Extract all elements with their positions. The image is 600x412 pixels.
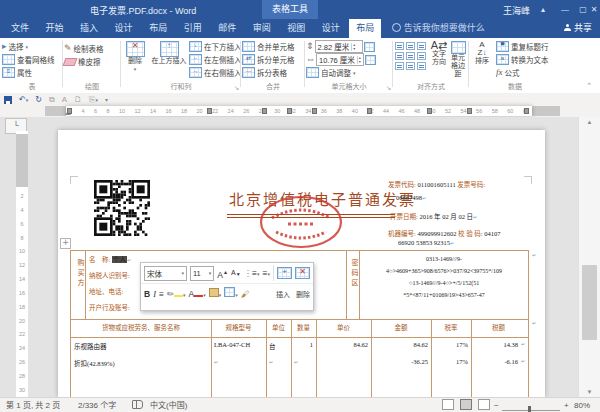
tab-review[interactable]: 审阅 xyxy=(246,19,278,38)
tab-references[interactable]: 引用 xyxy=(177,19,209,38)
zoom-slider[interactable] xyxy=(502,410,560,411)
distribute-columns-icon[interactable] xyxy=(365,55,376,65)
align-center-button[interactable] xyxy=(406,52,415,60)
buyer-address-field[interactable]: 地址、电话: xyxy=(89,286,123,296)
text-direction-button[interactable]: A⇄文字方向 xyxy=(430,41,448,66)
mini-toolbar[interactable]: 宋体▾ 11▾ A▲ A▼ ⋮≡▾ ≡▾ + ✕ B I ≡ ✎▾ A▾ ▾ ▾… xyxy=(140,262,314,311)
align-bottom-center-button[interactable] xyxy=(406,62,415,70)
tab-design[interactable]: 设计 xyxy=(108,19,140,38)
tab-home[interactable]: 开始 xyxy=(39,19,71,38)
column-marker[interactable] xyxy=(524,108,529,114)
highlight-button[interactable]: ✎▾ xyxy=(167,287,186,302)
zoom-slider-thumb[interactable] xyxy=(528,406,531,412)
align-center-button[interactable]: ≡ xyxy=(159,287,164,301)
shading-button[interactable]: ▾ xyxy=(209,287,222,302)
column-marker[interactable] xyxy=(67,108,72,114)
insert-below-button[interactable]: ↓在下方插入 xyxy=(189,40,242,53)
collapse-ribbon-button[interactable]: ⌃ xyxy=(586,82,592,90)
column-marker[interactable] xyxy=(207,108,212,114)
draw-table-button[interactable]: ✎绘制表格 xyxy=(64,42,120,55)
column-width-input[interactable]: 10.76 厘米▴▾ xyxy=(316,53,364,66)
tab-table-layout[interactable]: 布局 xyxy=(349,19,381,38)
align-top-right-button[interactable] xyxy=(417,42,426,50)
formula-button[interactable]: fx公式 xyxy=(496,66,549,79)
language-indicator[interactable]: 中文(中国) xyxy=(150,400,187,411)
split-table-button[interactable]: —拆分表格 xyxy=(242,66,304,79)
table-move-handle[interactable]: + xyxy=(60,238,71,249)
read-mode-button[interactable] xyxy=(442,399,454,410)
format-icon[interactable]: A xyxy=(62,95,67,104)
insert-left-button[interactable]: ←在左侧插入 xyxy=(189,53,242,66)
autofit-button[interactable]: 自动调整▾ xyxy=(306,66,392,79)
numbering-button[interactable]: ≡▾ xyxy=(263,266,270,281)
insert-table-button[interactable]: + xyxy=(277,267,292,279)
delete-button[interactable]: ✕ 删除▾ xyxy=(122,41,148,73)
borders-button[interactable]: ▾ xyxy=(224,287,238,302)
redo-button[interactable]: ↻ xyxy=(35,95,42,104)
tab-table-design[interactable]: 设计 xyxy=(315,19,347,38)
print-layout-button[interactable] xyxy=(460,399,472,410)
delete-table-button[interactable]: ✕ xyxy=(295,267,310,279)
zoom-level[interactable]: 80% xyxy=(574,400,590,411)
shrink-font-button[interactable]: A▼ xyxy=(231,266,241,281)
user-name[interactable]: 王海峰 xyxy=(503,4,530,17)
zoom-out-button[interactable]: − xyxy=(494,400,499,411)
new-document-icon[interactable]: 🗋 xyxy=(74,95,82,104)
dialog-launcher-icon[interactable]: ↘ xyxy=(234,84,239,91)
scroll-thumb[interactable] xyxy=(582,265,597,340)
tell-me-box[interactable]: 告诉我你想要做什么 xyxy=(392,23,485,33)
tab-layout[interactable]: 布局 xyxy=(142,19,174,38)
format-painter-button[interactable]: 🖌 xyxy=(241,287,250,301)
selected-text[interactable]: 个人 xyxy=(112,256,127,263)
eraser-button[interactable]: 橡皮擦 xyxy=(64,55,120,68)
spinner-icon[interactable]: ▴▾ xyxy=(351,43,355,51)
select-button[interactable]: ▸选择▾ xyxy=(2,40,62,53)
page-indicator[interactable]: 第 1 页, 共 2 页 xyxy=(6,400,60,411)
scroll-down-button[interactable]: ▼ xyxy=(579,389,600,395)
split-cells-button[interactable]: ⇄拆分单元格 xyxy=(242,53,304,66)
italic-button[interactable]: I xyxy=(153,287,156,301)
proofing-icon[interactable] xyxy=(132,400,143,411)
tab-mailings[interactable]: 邮件 xyxy=(211,19,243,38)
tab-file[interactable]: 文件 xyxy=(4,19,36,38)
align-center-left-button[interactable] xyxy=(395,52,404,60)
buyer-name-field[interactable]: 名 称: 个人↵ xyxy=(89,254,131,264)
scroll-up-button[interactable]: ▲ xyxy=(579,119,600,125)
distribute-rows-icon[interactable] xyxy=(364,42,375,52)
align-bottom-right-button[interactable] xyxy=(417,62,426,70)
delete-button[interactable]: 删除 xyxy=(296,290,310,299)
font-size-select[interactable]: 11▾ xyxy=(190,266,214,281)
buyer-taxid-field[interactable]: 纳税人识别号: xyxy=(89,270,130,280)
font-select[interactable]: 宋体▾ xyxy=(144,266,187,281)
grow-font-button[interactable]: A▲ xyxy=(217,265,228,282)
zoom-in-button[interactable]: + xyxy=(564,400,569,411)
align-center-right-button[interactable] xyxy=(417,52,426,60)
merge-cells-button[interactable]: 合并单元格 xyxy=(242,40,304,53)
bullets-button[interactable]: ⋮≡▾ xyxy=(244,266,260,281)
column-marker[interactable] xyxy=(367,108,372,114)
align-bottom-left-button[interactable] xyxy=(395,62,404,70)
column-marker[interactable] xyxy=(262,108,267,114)
touch-mode-icon[interactable]: ⧉ xyxy=(49,95,55,105)
tab-view[interactable]: 视图 xyxy=(280,19,312,38)
column-marker[interactable] xyxy=(312,108,317,114)
web-layout-button[interactable] xyxy=(478,399,490,410)
vertical-scrollbar[interactable]: ▲ ▼ xyxy=(578,117,600,397)
share-button[interactable]: 共享 xyxy=(564,19,592,38)
save-icon[interactable] xyxy=(4,96,12,104)
font-color-button[interactable]: A▾ xyxy=(189,287,206,302)
table-row[interactable]: 折扣(42.839%) ↵ ↵ ↵ -36.25 17% -6.16 ↵ xyxy=(71,358,528,368)
insert-above-button[interactable]: ↑ 在上方插入 xyxy=(150,41,188,65)
bold-button[interactable]: B xyxy=(144,287,150,301)
undo-button[interactable]: ↶▾ xyxy=(19,95,28,104)
insert-button[interactable]: 插入 xyxy=(276,290,290,299)
ribbon-display-options-button[interactable]: ▴ xyxy=(532,0,554,19)
word-count[interactable]: 2/336 个字 xyxy=(78,400,116,411)
row-height-input[interactable]: 2.82 厘米▴▾ xyxy=(315,40,363,53)
align-top-left-button[interactable] xyxy=(395,42,404,50)
insert-right-button[interactable]: →在右侧插入 xyxy=(189,66,242,79)
align-top-center-button[interactable] xyxy=(406,42,415,50)
sort-button[interactable]: AZ↓ 排序 xyxy=(470,41,494,65)
horizontal-ruler[interactable]: 2468101214161820222426283032343638404244… xyxy=(45,106,560,116)
repeat-header-rows-button[interactable]: ▀重复标题行 xyxy=(496,40,549,53)
